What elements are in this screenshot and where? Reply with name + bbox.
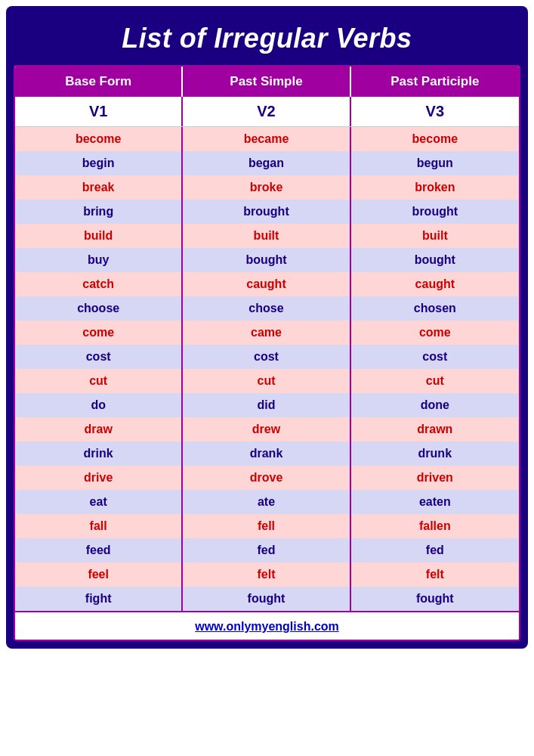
table-row: catchcaughtcaught (15, 272, 519, 296)
table-cell: drew (183, 417, 350, 442)
table-cell: bought (183, 248, 350, 272)
table-row: comecamecome (15, 321, 519, 345)
table-cell: brought (183, 200, 350, 224)
table-row: fightfoughtfought (15, 587, 519, 611)
table-body: becomebecamebecomebeginbeganbegunbreakbr… (15, 127, 519, 611)
table-cell: felt (351, 562, 519, 587)
footer-link[interactable]: www.onlymyenglish.com (195, 620, 339, 633)
table-cell: drove (183, 466, 350, 490)
table-cell: drawn (351, 417, 519, 442)
table-row: fallfellfallen (15, 514, 519, 538)
table-cell: built (351, 224, 519, 248)
table-cell: choose (15, 296, 183, 321)
table-row: breakbrokebroken (15, 175, 519, 200)
table-cell: fell (183, 514, 350, 538)
subheader-cell: V2 (183, 97, 350, 126)
table-cell: caught (351, 272, 519, 296)
subheader-cell: V3 (351, 97, 519, 126)
table-row: choosechosechosen (15, 296, 519, 321)
table-cell: fallen (351, 514, 519, 538)
table-cell: become (15, 127, 183, 151)
table-row: bringbroughtbrought (15, 200, 519, 224)
table-cell: feed (15, 538, 183, 562)
table-header: Base FormPast SimplePast Participle (15, 67, 519, 97)
table-row: costcostcost (15, 345, 519, 369)
page-title: List of Irregular Verbs (14, 14, 520, 65)
table-row: feedfedfed (15, 538, 519, 562)
header-cell: Past Participle (351, 67, 519, 97)
table-cell: begin (15, 151, 183, 175)
header-cell: Base Form (15, 67, 183, 97)
table-cell: fought (183, 587, 350, 611)
table-cell: came (183, 321, 350, 345)
table-row: becomebecamebecome (15, 127, 519, 151)
table-cell: became (183, 127, 350, 151)
table-cell: did (183, 393, 350, 417)
table-cell: built (183, 224, 350, 248)
table-cell: cost (351, 345, 519, 369)
table-cell: buy (15, 248, 183, 272)
table-row: drawdrewdrawn (15, 417, 519, 442)
table-cell: fed (351, 538, 519, 562)
table-cell: broke (183, 175, 350, 200)
table-row: eatateeaten (15, 490, 519, 514)
table-cell: chose (183, 296, 350, 321)
table-cell: drive (15, 466, 183, 490)
table-cell: eat (15, 490, 183, 514)
subheader-cell: V1 (15, 97, 183, 126)
table-row: buildbuiltbuilt (15, 224, 519, 248)
table-cell: become (351, 127, 519, 151)
table-cell: draw (15, 417, 183, 442)
table-cell: cut (351, 369, 519, 393)
table-cell: break (15, 175, 183, 200)
table-cell: broken (351, 175, 519, 200)
table-row: drinkdrankdrunk (15, 442, 519, 466)
table-row: beginbeganbegun (15, 151, 519, 175)
table-cell: fight (15, 587, 183, 611)
table-cell: drink (15, 442, 183, 466)
table-row: buyboughtbought (15, 248, 519, 272)
table-cell: done (351, 393, 519, 417)
table-cell: do (15, 393, 183, 417)
table-cell: feel (15, 562, 183, 587)
verb-table: Base FormPast SimplePast Participle V1V2… (14, 65, 520, 641)
table-cell: fought (351, 587, 519, 611)
table-row: feelfeltfelt (15, 562, 519, 587)
table-subheader: V1V2V3 (15, 97, 519, 127)
table-cell: come (15, 321, 183, 345)
page-container: List of Irregular Verbs Base FormPast Si… (6, 6, 528, 649)
table-cell: eaten (351, 490, 519, 514)
table-cell: cost (15, 345, 183, 369)
table-cell: began (183, 151, 350, 175)
table-row: cutcutcut (15, 369, 519, 393)
table-cell: driven (351, 466, 519, 490)
table-cell: fed (183, 538, 350, 562)
table-cell: felt (183, 562, 350, 587)
table-cell: cut (183, 369, 350, 393)
table-cell: caught (183, 272, 350, 296)
table-cell: fall (15, 514, 183, 538)
header-cell: Past Simple (183, 67, 350, 97)
table-row: dodiddone (15, 393, 519, 417)
table-cell: come (351, 321, 519, 345)
footer: www.onlymyenglish.com (15, 611, 519, 640)
table-cell: brought (351, 200, 519, 224)
table-cell: ate (183, 490, 350, 514)
table-cell: build (15, 224, 183, 248)
table-cell: begun (351, 151, 519, 175)
table-cell: drunk (351, 442, 519, 466)
table-cell: cut (15, 369, 183, 393)
table-cell: bring (15, 200, 183, 224)
table-row: drivedrovedriven (15, 466, 519, 490)
table-cell: bought (351, 248, 519, 272)
table-cell: chosen (351, 296, 519, 321)
table-cell: catch (15, 272, 183, 296)
table-cell: drank (183, 442, 350, 466)
table-cell: cost (183, 345, 350, 369)
